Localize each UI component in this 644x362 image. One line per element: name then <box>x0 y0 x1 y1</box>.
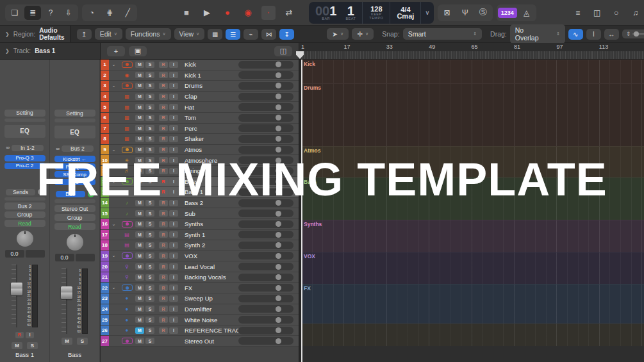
track-volume-slider[interactable] <box>238 242 293 249</box>
track-volume-slider[interactable] <box>238 93 293 101</box>
input-monitor-button[interactable]: I <box>169 221 178 227</box>
crossfade-icon[interactable]: ⋈ <box>261 29 276 40</box>
fader-track[interactable] <box>62 268 72 334</box>
solo-button[interactable]: S <box>145 94 154 100</box>
record-enable-button[interactable]: R <box>159 317 168 323</box>
track-row[interactable]: 20⚲MSRILead Vocal <box>101 261 299 272</box>
track-volume-slider[interactable] <box>238 305 293 313</box>
list-editors-icon[interactable]: ≡ <box>570 6 586 20</box>
mute-button[interactable]: M <box>135 83 144 89</box>
input-slot[interactable]: ∞Bus 2 <box>56 145 94 152</box>
input-monitor-button[interactable]: I <box>169 263 178 270</box>
solo-button[interactable]: S <box>145 252 154 259</box>
mute-button[interactable]: M <box>135 295 144 302</box>
tuning-fork-icon[interactable]: Ψ <box>457 6 474 20</box>
track-name[interactable]: Hat <box>179 104 238 111</box>
automation-mode-slot[interactable]: Read <box>54 223 95 230</box>
volume-knob[interactable] <box>276 136 281 142</box>
track-volume-slider[interactable] <box>238 316 293 324</box>
record-enable-button[interactable]: R <box>159 221 168 227</box>
input-monitor-button[interactable]: I <box>169 94 178 100</box>
note-pads-icon[interactable]: ◫ <box>589 6 606 20</box>
track-volume-slider[interactable] <box>238 263 293 270</box>
record-enable-button[interactable]: R <box>159 252 168 259</box>
track-name[interactable]: Tom <box>179 114 238 121</box>
help-icon[interactable]: ? <box>42 6 59 20</box>
record-enable-button[interactable]: R <box>159 242 168 249</box>
volume-knob[interactable] <box>276 221 281 227</box>
volume-knob[interactable] <box>276 94 281 99</box>
track-row[interactable]: 18▤MSRISynth 2 <box>101 240 299 251</box>
play-button[interactable]: ▶ <box>200 6 214 20</box>
volume-knob[interactable] <box>276 126 281 131</box>
lcd-display[interactable]: 001 BAR 1 BEAT 128 KEEP TEMPO 4/4 Cmaj ∨ <box>309 2 434 24</box>
track-row[interactable]: 25●MSRIWhite Noise <box>101 315 299 325</box>
track-name[interactable]: Clap <box>179 93 238 100</box>
setting-button[interactable]: Setting <box>4 110 45 117</box>
input-monitor-button[interactable]: I <box>169 83 178 89</box>
track-name[interactable]: VOX <box>179 252 238 259</box>
chevron-down-icon[interactable]: ⌄ <box>109 147 119 152</box>
volume-knob[interactable] <box>276 242 281 248</box>
chevron-down-icon[interactable]: ⌄ <box>109 285 119 290</box>
input-monitor-button[interactable]: I <box>26 332 34 338</box>
track-row[interactable]: 17▤MSRISynth 1 <box>101 230 299 241</box>
mute-button[interactable]: M <box>62 338 72 345</box>
region-band[interactable] <box>301 324 644 346</box>
loop-repeat-icon[interactable]: ⇄ <box>282 6 296 20</box>
record-enable-button[interactable]: R <box>159 231 168 238</box>
mute-button[interactable]: M <box>135 252 144 259</box>
volume-knob[interactable] <box>276 317 281 323</box>
input-monitor-button[interactable]: I <box>169 317 178 323</box>
track-volume-slider[interactable] <box>238 337 293 345</box>
mute-button[interactable]: M <box>135 338 144 344</box>
track-volume-slider[interactable] <box>238 71 293 79</box>
fader-track[interactable] <box>12 265 22 327</box>
track-row[interactable]: 4▦MSRIClap <box>101 92 299 103</box>
mute-button[interactable]: M <box>12 342 22 349</box>
input-monitor-button[interactable]: I <box>169 327 178 334</box>
record-enable-button[interactable]: R <box>159 284 168 291</box>
region-band[interactable]: Kick <box>301 60 644 83</box>
record-enable-button[interactable]: R <box>159 104 168 110</box>
track-volume-slider[interactable] <box>238 61 293 69</box>
smart-controls-icon[interactable]: ⋕ <box>101 6 118 20</box>
solo-button[interactable]: S <box>27 342 38 349</box>
chevron-down-icon[interactable]: ⌄ <box>109 62 119 67</box>
track-name[interactable]: Kick <box>179 61 238 68</box>
solo-button[interactable]: S <box>145 221 154 227</box>
track-row[interactable]: 23●MSRISweep Up <box>101 293 299 304</box>
solo-button[interactable]: S <box>145 62 154 68</box>
add-track-button[interactable]: + <box>107 46 125 56</box>
mute-button[interactable]: M <box>135 317 144 323</box>
volume-knob[interactable] <box>276 83 281 88</box>
eq-thumbnail[interactable]: EQ <box>4 125 45 137</box>
solo-button[interactable]: S <box>145 104 154 110</box>
mute-button[interactable]: M <box>135 136 144 142</box>
record-enable-button[interactable]: R <box>15 332 24 338</box>
record-enable-button[interactable]: R <box>159 62 168 68</box>
pencil-icon[interactable]: ╱ <box>119 6 136 20</box>
catch-playhead-icon[interactable]: ↧ <box>279 29 294 40</box>
solo-button[interactable]: S <box>145 231 154 238</box>
solo-button[interactable]: S <box>145 115 154 121</box>
volume-knob[interactable] <box>276 285 281 291</box>
volume-knob[interactable] <box>276 264 281 270</box>
mixer-view-icon[interactable]: ≣ <box>24 6 41 20</box>
volume-knob[interactable] <box>276 115 281 120</box>
waveform-zoom-icon[interactable]: ∿ <box>568 29 583 40</box>
mute-button[interactable]: M <box>135 263 144 270</box>
output-slot[interactable]: Stereo Out <box>54 205 95 212</box>
input-slot[interactable]: ∞In 1-2 <box>6 145 44 151</box>
disclosure-icon[interactable]: ❯ <box>5 48 10 54</box>
media-notes-icon[interactable]: ♫ <box>627 6 644 20</box>
track-row[interactable]: 2◉MSRIKick 1 <box>101 70 299 81</box>
input-monitor-button[interactable]: I <box>169 62 178 68</box>
volume-knob[interactable] <box>276 104 281 110</box>
record-enable-button[interactable]: R <box>159 147 168 153</box>
track-row[interactable]: 5▦MSRIHat <box>101 102 299 113</box>
bar-ruler[interactable]: 1173349658197113 <box>299 43 644 59</box>
track-name[interactable]: Synth 1 <box>179 231 238 238</box>
vertical-auto-zoom-icon[interactable]: Ι <box>586 29 601 40</box>
input-monitor-button[interactable]: I <box>169 306 178 312</box>
